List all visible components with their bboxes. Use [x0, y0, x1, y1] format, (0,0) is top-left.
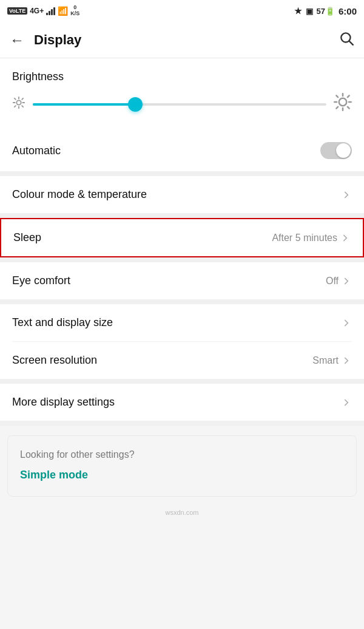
screen-resolution-row[interactable]: Screen resolution Smart [12, 342, 352, 379]
sleep-value: After 5 minutes [272, 233, 351, 243]
eye-comfort-row[interactable]: Eye comfort Off [12, 262, 352, 299]
page-title: Display [34, 32, 81, 48]
search-icon[interactable] [339, 30, 354, 50]
status-left: VoLTE 4G+ 📶 0 K/S [7, 5, 79, 17]
data-indicator: 0 K/S [70, 5, 79, 17]
chevron-right-icon [341, 397, 352, 408]
toggle-knob [336, 143, 351, 158]
brightness-slider[interactable] [33, 96, 326, 113]
svg-line-18 [336, 107, 338, 109]
svg-line-19 [348, 95, 349, 97]
header: ← Display [0, 22, 364, 58]
eye-comfort-value: Off [326, 276, 352, 287]
brightness-max-icon [334, 93, 352, 115]
more-display-value [341, 397, 352, 408]
eye-comfort-label: Eye comfort [12, 274, 70, 287]
chevron-right-icon [341, 318, 352, 328]
brightness-section: Brightness [0, 58, 364, 130]
text-display-size-value [341, 318, 352, 328]
text-screen-section: Text and display size Screen resolution … [0, 304, 364, 379]
colour-mode-row[interactable]: Colour mode & temperature [12, 176, 352, 213]
automatic-toggle[interactable] [320, 142, 352, 159]
text-display-size-row[interactable]: Text and display size [12, 304, 352, 342]
content: Brightness [0, 58, 364, 523]
status-right: ★ ▣ 57🔋 6:00 [294, 6, 357, 16]
back-button[interactable]: ← [10, 33, 24, 47]
slider-fill [33, 103, 135, 106]
divider-2 [0, 213, 364, 218]
clock: 6:00 [339, 6, 357, 16]
more-display-section: More display settings [0, 384, 364, 421]
text-display-size-label: Text and display size [12, 316, 113, 329]
chevron-right-icon [340, 233, 351, 243]
colour-mode-value [341, 189, 352, 200]
brightness-min-icon [12, 96, 25, 112]
slider-track [33, 103, 326, 106]
svg-line-7 [15, 98, 16, 100]
sleep-label: Sleep [13, 231, 41, 244]
automatic-section: Automatic [0, 130, 364, 171]
vibrate-icon: ▣ [306, 7, 313, 16]
suggestion-text: Looking for other settings? [20, 448, 344, 461]
more-display-label: More display settings [12, 396, 115, 409]
svg-line-16 [336, 95, 338, 97]
simple-mode-link[interactable]: Simple mode [20, 469, 88, 481]
automatic-row[interactable]: Automatic [12, 130, 352, 171]
brightness-slider-row [12, 93, 352, 115]
sleep-row[interactable]: Sleep After 5 minutes [1, 219, 363, 256]
colour-mode-label: Colour mode & temperature [12, 188, 147, 201]
sleep-row-wrapper: Sleep After 5 minutes [0, 218, 364, 257]
svg-line-1 [349, 41, 353, 44]
svg-point-11 [339, 98, 347, 106]
chevron-right-icon [341, 189, 352, 200]
suggestion-card: Looking for other settings? Simple mode [7, 435, 357, 497]
svg-line-10 [22, 98, 23, 100]
bluetooth-icon: ★ [294, 6, 302, 16]
eye-comfort-section: Eye comfort Off [0, 262, 364, 299]
chevron-right-icon [341, 276, 352, 287]
divider-5 [0, 379, 364, 384]
divider-6 [0, 421, 364, 426]
brightness-label: Brightness [12, 70, 352, 83]
svg-line-17 [348, 107, 349, 109]
svg-line-8 [22, 106, 23, 107]
signal-icon [46, 7, 55, 15]
network-type: 4G+ [30, 7, 44, 15]
svg-point-2 [16, 100, 21, 104]
divider-1 [0, 171, 364, 176]
divider-4 [0, 299, 364, 304]
more-display-row[interactable]: More display settings [12, 384, 352, 421]
slider-thumb [128, 97, 143, 112]
screen-resolution-label: Screen resolution [12, 354, 97, 367]
volte-badge: VoLTE [7, 7, 27, 15]
wifi-icon: 📶 [58, 6, 68, 16]
colour-mode-section: Colour mode & temperature [0, 176, 364, 213]
watermark: wsxdn.com [0, 504, 364, 523]
divider-3 [0, 257, 364, 262]
screen-resolution-value: Smart [312, 355, 352, 366]
header-left: ← Display [10, 32, 81, 48]
svg-line-9 [15, 106, 16, 107]
automatic-label: Automatic [12, 144, 61, 157]
chevron-right-icon [341, 355, 352, 366]
status-bar: VoLTE 4G+ 📶 0 K/S ★ ▣ 57🔋 6:00 [0, 0, 364, 22]
battery-indicator: 57🔋 [317, 7, 335, 16]
